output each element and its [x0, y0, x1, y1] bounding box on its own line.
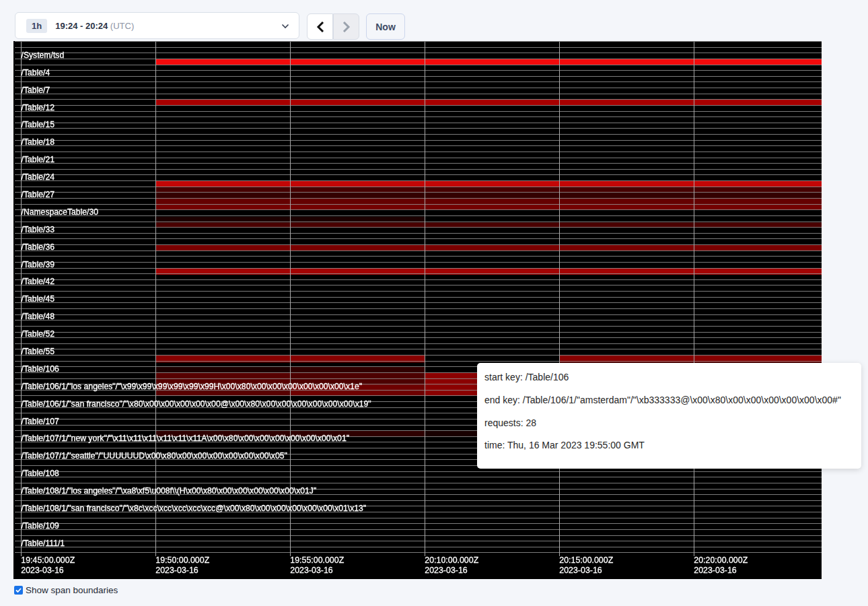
svg-text:/Table/36: /Table/36	[22, 242, 55, 252]
svg-text:/Table/111/1: /Table/111/1	[22, 539, 65, 548]
svg-text:/Table/39: /Table/39	[22, 260, 55, 269]
svg-text:19:55:00.000Z: 19:55:00.000Z	[290, 556, 344, 565]
svg-text:/Table/15: /Table/15	[22, 120, 55, 129]
svg-text:/Table/33: /Table/33	[22, 225, 55, 234]
svg-text:2023-03-16: 2023-03-16	[425, 566, 467, 575]
svg-text:/Table/106/1/"san francisco"/": /Table/106/1/"san francisco"/"\x80\x00\x…	[22, 399, 371, 409]
svg-text:/Table/106/1/"los angeles"/"\x: /Table/106/1/"los angeles"/"\x99\x99\x99…	[22, 382, 362, 391]
svg-text:/Table/24: /Table/24	[22, 172, 55, 182]
svg-text:/Table/12: /Table/12	[22, 103, 55, 112]
svg-text:/Table/27: /Table/27	[22, 190, 55, 199]
svg-text:/Table/109: /Table/109	[22, 521, 59, 531]
svg-text:20:20:00.000Z: 20:20:00.000Z	[694, 556, 748, 565]
svg-text:19:45:00.000Z: 19:45:00.000Z	[21, 556, 75, 565]
svg-text:/Table/107/1/"new york"/"\x11\: /Table/107/1/"new york"/"\x11\x11\x11\x1…	[22, 434, 350, 443]
svg-text:/Table/7: /Table/7	[22, 86, 50, 95]
svg-text:/Table/107/1/"seattle"/"UUUUUU: /Table/107/1/"seattle"/"UUUUUUD\x00\x80\…	[22, 451, 287, 461]
svg-text:20:10:00.000Z: 20:10:00.000Z	[425, 556, 478, 565]
svg-text:/Table/108/1/"san francisco"/": /Table/108/1/"san francisco"/"\x8c\xcc\x…	[22, 504, 367, 513]
svg-text:/Table/18: /Table/18	[22, 137, 55, 147]
svg-text:/Table/55: /Table/55	[22, 347, 55, 356]
svg-text:20:15:00.000Z: 20:15:00.000Z	[559, 556, 613, 565]
svg-text:/Table/48: /Table/48	[22, 312, 55, 321]
svg-text:/Table/4: /Table/4	[22, 68, 50, 77]
svg-text:2023-03-16: 2023-03-16	[559, 566, 602, 575]
svg-text:/NamespaceTable/30: /NamespaceTable/30	[22, 207, 99, 217]
svg-text:2023-03-16: 2023-03-16	[694, 566, 736, 575]
svg-text:/Table/45: /Table/45	[22, 294, 55, 304]
svg-text:/Table/21: /Table/21	[22, 155, 55, 164]
svg-text:/Table/107: /Table/107	[22, 417, 59, 426]
svg-text:/Table/106: /Table/106	[22, 364, 59, 374]
svg-text:/Table/108/1/"los angeles"/"\x: /Table/108/1/"los angeles"/"\xa8\xf5\u00…	[22, 486, 317, 496]
svg-text:2023-03-16: 2023-03-16	[155, 566, 198, 575]
svg-text:/System/tsd: /System/tsd	[22, 50, 65, 60]
svg-text:/Table/108: /Table/108	[22, 469, 59, 478]
svg-text:/Table/42: /Table/42	[22, 277, 55, 286]
svg-text:2023-03-16: 2023-03-16	[290, 566, 332, 575]
svg-text:2023-03-16: 2023-03-16	[21, 566, 63, 575]
svg-text:/Table/52: /Table/52	[22, 329, 55, 339]
svg-text:19:50:00.000Z: 19:50:00.000Z	[155, 556, 209, 565]
